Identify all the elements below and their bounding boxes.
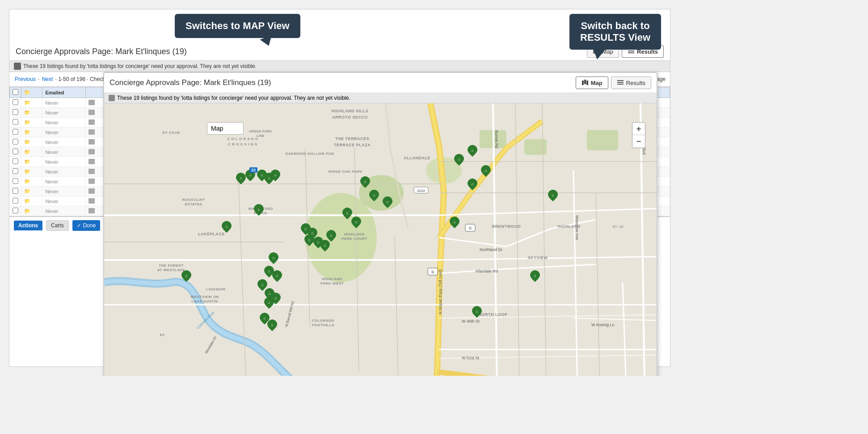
svg-text:HIGHLAND: HIGHLAND <box>557 224 581 229</box>
property-pin[interactable]: ⌂ <box>181 270 191 282</box>
svg-rect-17 <box>524 139 547 155</box>
tooltip-results-line2: RESULTS View <box>580 32 650 43</box>
map-overlay-results-button[interactable]: Results <box>611 77 651 89</box>
svg-text:HIGHLAND HILLS: HIGHLAND HILLS <box>332 109 369 113</box>
row-emailed: Never <box>42 177 86 187</box>
row-checkbox[interactable] <box>10 147 21 157</box>
svg-text:⌂: ⌂ <box>346 211 348 215</box>
row-emailed: Never <box>42 157 86 167</box>
svg-rect-18 <box>587 130 618 150</box>
map-overlay-header: Concierge Approvals Page: Mark Et'linque… <box>104 73 657 93</box>
svg-text:LAKEPLACE: LAKEPLACE <box>198 232 225 236</box>
svg-text:⌂: ⌂ <box>268 269 270 273</box>
svg-text:DY COVE: DY COVE <box>162 131 180 135</box>
property-pin[interactable]: ⌂ <box>267 319 277 331</box>
svg-text:ALLANDALE: ALLANDALE <box>404 156 430 160</box>
svg-text:⌂: ⌂ <box>249 173 251 177</box>
zoom-out-button[interactable]: − <box>632 135 645 148</box>
tab-carts[interactable]: Carts <box>46 220 69 231</box>
svg-text:TERRACE PLAZA: TERRACE PLAZA <box>334 143 371 147</box>
row-emailed: Never <box>42 147 86 157</box>
svg-rect-5 <box>628 52 634 53</box>
zoom-in-button[interactable]: + <box>632 123 645 135</box>
svg-text:⌂: ⌂ <box>272 255 274 260</box>
row-checkbox[interactable] <box>10 118 21 128</box>
property-pin[interactable]: ⌂ <box>454 154 464 166</box>
row-emailed: Never <box>42 118 86 128</box>
svg-text:W Koenig Ln: W Koenig Ln <box>591 323 615 327</box>
map-overlay: Concierge Approvals Page: Mark Et'linque… <box>103 72 657 376</box>
property-pin[interactable]: ⌂ <box>254 204 264 216</box>
property-pin[interactable]: ⌂ <box>450 217 459 228</box>
property-pin[interactable]: ⌂ <box>222 221 232 233</box>
property-pin[interactable]: ⌂ <box>270 170 280 181</box>
svg-rect-12 <box>104 103 657 376</box>
svg-rect-11 <box>617 84 624 85</box>
row-folder: 📁 <box>21 177 42 187</box>
svg-text:⌂: ⌂ <box>364 179 366 184</box>
svg-text:⌂: ⌂ <box>276 273 278 278</box>
svg-text:⌂: ⌂ <box>261 282 263 287</box>
row-checkbox[interactable] <box>10 137 21 147</box>
property-pin[interactable]: ⌂ <box>472 306 482 318</box>
row-checkbox[interactable] <box>10 108 21 118</box>
prev-link[interactable]: Previous <box>15 76 36 82</box>
property-pin[interactable]: ⌂ <box>530 270 540 282</box>
property-pin[interactable]: ⌂ <box>342 208 352 219</box>
row-folder: 📁 <box>21 206 42 216</box>
property-pin[interactable]: ⌂ <box>269 252 278 264</box>
property-pin[interactable]: ⌂ <box>272 270 282 282</box>
svg-text:COLORADO: COLORADO <box>312 319 335 323</box>
row-folder: 📁 <box>21 128 42 137</box>
done-button[interactable]: ✓ Done <box>72 220 101 231</box>
property-pin[interactable]: ⌂ <box>468 145 477 157</box>
row-checkbox[interactable] <box>10 187 21 196</box>
page-title: Concierge Approvals Page: Mark Et'linque… <box>16 47 187 56</box>
property-pin[interactable]: ⌂ <box>326 230 336 242</box>
property-pin[interactable]: ⌂ <box>481 165 491 177</box>
property-pin[interactable]: ⌂ <box>369 190 379 201</box>
map-overlay-map-button[interactable]: Map <box>576 77 608 89</box>
svg-text:⌂: ⌂ <box>386 200 388 204</box>
property-pin[interactable]: ⌂ <box>360 176 370 188</box>
svg-text:Allandale Rd: Allandale Rd <box>475 269 498 273</box>
map-area[interactable]: N Mopac Expy (Toll road) Northland Dr Al… <box>104 103 657 376</box>
svg-text:⌂: ⌂ <box>330 233 332 238</box>
select-all-checkbox[interactable] <box>13 89 18 95</box>
svg-text:2222: 2222 <box>417 189 425 193</box>
row-folder: 📁 <box>21 137 42 147</box>
map-overlay-title: Concierge Approvals Page: Mark Et'linque… <box>110 78 271 87</box>
row-emailed: Never <box>42 167 86 177</box>
row-checkbox[interactable] <box>10 98 21 108</box>
next-link[interactable]: Next <box>42 76 53 82</box>
svg-text:HIGHLAND: HIGHLAND <box>344 232 365 236</box>
property-pin[interactable]: ⌂ <box>548 190 558 201</box>
row-checkbox[interactable] <box>10 177 21 187</box>
main-container: Switches to MAP View Switch back to RESU… <box>9 9 670 367</box>
row-checkbox[interactable] <box>10 196 21 206</box>
property-pin[interactable]: ⌂ <box>351 217 361 228</box>
svg-text:⌂: ⌂ <box>274 296 277 300</box>
property-pin[interactable]: ⌂ <box>304 234 314 246</box>
row-checkbox[interactable] <box>10 128 21 137</box>
svg-text:ST. JO: ST. JO <box>613 225 624 228</box>
page-range: 1-50 of 196 <box>58 76 85 82</box>
row-checkbox[interactable] <box>10 206 21 216</box>
row-checkbox[interactable] <box>10 157 21 167</box>
property-pin[interactable]: ⌂ <box>264 297 274 309</box>
row-checkbox[interactable] <box>10 167 21 177</box>
svg-text:⌂: ⌂ <box>225 224 228 229</box>
map-icon2 <box>581 79 589 86</box>
row-emailed: Never <box>42 98 86 108</box>
col-checkbox <box>10 87 21 98</box>
svg-text:①: ① <box>431 270 434 274</box>
property-pin[interactable]: ⌂ <box>383 196 392 208</box>
svg-text:ARROYO SECCO: ARROYO SECCO <box>332 115 368 119</box>
property-pin[interactable]: ⌂ <box>236 173 246 184</box>
property-pin[interactable]: ⌂ <box>468 179 477 190</box>
tab-actions[interactable]: Actions <box>14 221 42 230</box>
map-type-select[interactable]: Map Satellite Terrain <box>207 122 244 135</box>
svg-text:⌂: ⌂ <box>476 309 478 314</box>
svg-text:⌂: ⌂ <box>453 220 455 224</box>
svg-rect-8 <box>586 81 588 85</box>
